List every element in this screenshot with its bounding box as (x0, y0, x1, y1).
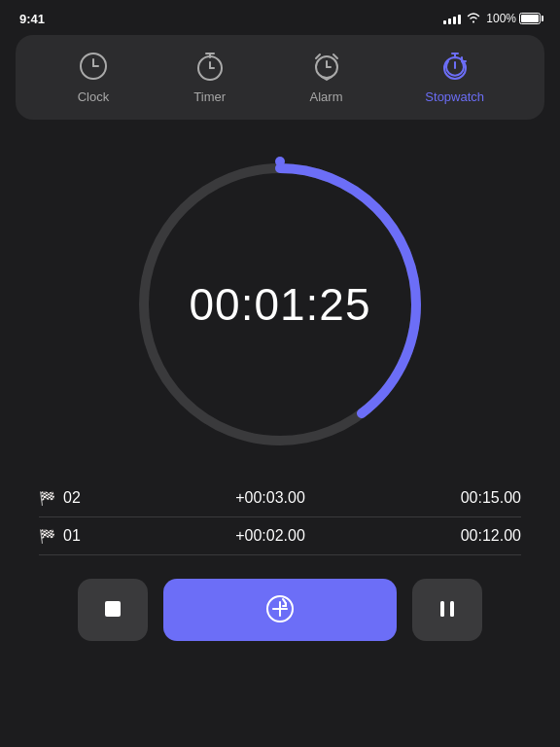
lap-number-1: 01 (63, 527, 81, 545)
stopwatch-time: 00:01:25 (189, 278, 370, 331)
tab-alarm[interactable]: Alarm (294, 45, 360, 108)
battery-icon: 100% (486, 12, 541, 25)
pause-icon (436, 597, 459, 623)
lap-flag-1: 🏁 01 (39, 527, 117, 545)
flag-icon-2: 🏁 (39, 490, 55, 506)
timer-icon (192, 49, 228, 84)
tab-stopwatch-label: Stopwatch (425, 89, 484, 104)
lap-item-1: 🏁 01 +00:02.00 00:12.00 (39, 517, 521, 555)
tab-timer[interactable]: Timer (177, 45, 243, 108)
pause-button[interactable] (412, 579, 482, 641)
svg-point-14 (454, 56, 456, 58)
lap-total-1: 00:12.00 (424, 527, 521, 545)
flag-icon-1: 🏁 (39, 528, 55, 544)
clock-icon (76, 49, 111, 84)
signal-icon (443, 13, 461, 24)
status-time: 9:41 (19, 12, 45, 26)
lap-list: 🏁 02 +00:03.00 00:15.00 🏁 01 +00:02.00 0… (0, 460, 560, 555)
svg-rect-22 (440, 601, 444, 617)
lap-flag-2: 🏁 02 (39, 489, 117, 507)
stop-icon (101, 597, 124, 623)
lap-delta-1: +00:02.00 (117, 527, 424, 545)
status-bar: 9:41 100% (0, 0, 560, 29)
main-content: 00:01:25 🏁 02 +00:03.00 00:15.00 🏁 01 +0… (0, 120, 560, 641)
stopwatch-icon (438, 49, 472, 84)
svg-rect-23 (450, 601, 454, 617)
tab-timer-label: Timer (193, 89, 226, 104)
tab-clock-label: Clock (78, 89, 110, 104)
lap-number-2: 02 (63, 489, 81, 507)
controls (0, 555, 560, 641)
stopwatch-display: 00:01:25 (124, 149, 436, 460)
lap-button[interactable] (163, 579, 397, 641)
lap-delta-2: +00:03.00 (117, 489, 424, 507)
battery-percent: 100% (486, 12, 516, 25)
lap-icon (264, 593, 296, 627)
lap-total-2: 00:15.00 (424, 489, 521, 507)
tab-bar: Clock Timer Alarm (16, 35, 544, 120)
svg-rect-18 (105, 601, 121, 617)
alarm-icon (309, 49, 344, 84)
progress-dot (275, 157, 285, 166)
wifi-icon (466, 12, 481, 26)
stop-button[interactable] (78, 579, 148, 641)
tab-clock[interactable]: Clock (60, 45, 126, 108)
tab-stopwatch[interactable]: Stopwatch (409, 45, 500, 108)
lap-item-2: 🏁 02 +00:03.00 00:15.00 (39, 480, 521, 517)
status-icons: 100% (443, 12, 541, 26)
tab-alarm-label: Alarm (310, 89, 343, 104)
